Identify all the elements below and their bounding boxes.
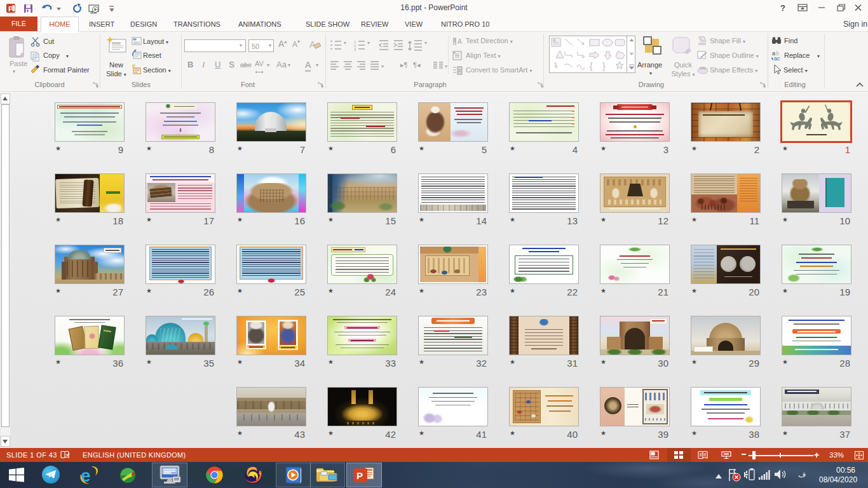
- svg-text:?: ?: [780, 3, 785, 13]
- svg-text:ac: ac: [774, 55, 780, 61]
- svg-text:▾: ▾: [367, 40, 370, 46]
- svg-text:▾: ▾: [381, 64, 384, 69]
- svg-text:A: A: [458, 38, 462, 45]
- svg-text:▾: ▾: [445, 64, 447, 69]
- svg-text:3: 3: [354, 48, 356, 51]
- svg-text:e: e: [81, 466, 91, 485]
- svg-text:A: A: [553, 38, 556, 43]
- svg-text:}: }: [602, 61, 606, 71]
- svg-text:P: P: [356, 470, 363, 481]
- svg-text:▾: ▾: [424, 40, 427, 46]
- svg-text:{: {: [590, 61, 593, 71]
- svg-text:▾: ▾: [344, 40, 346, 46]
